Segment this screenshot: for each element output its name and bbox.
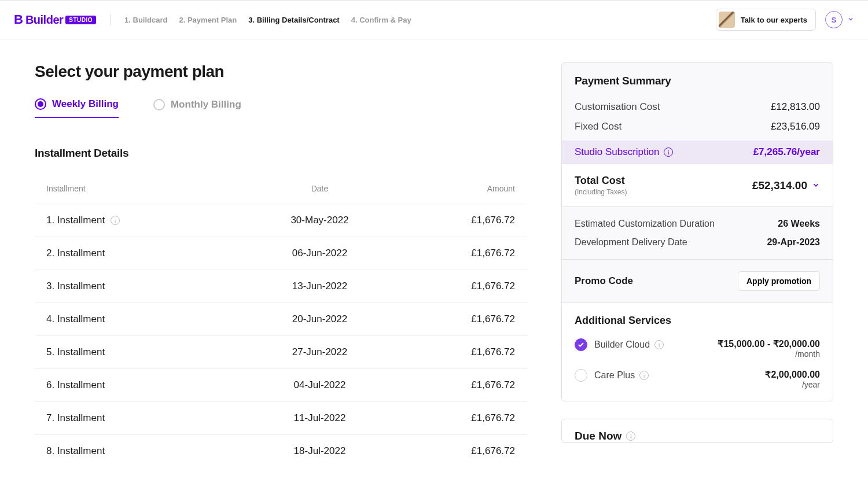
header-right: Talk to our experts S (716, 9, 854, 31)
meta-value: 29-Apr-2023 (767, 237, 820, 248)
info-icon[interactable]: i (639, 371, 649, 380)
installment-name: 6. Installment (46, 379, 255, 391)
services-section: Additional Services Builder Cloud i₹15,0… (562, 302, 833, 401)
header-left: BBuilder STUDIO 1. Buildcard2. Payment P… (14, 12, 411, 27)
table-body: 1. Installment i30-May-2022£1,676.722. I… (35, 204, 527, 467)
promo-row: Promo Code Apply promotion (575, 271, 820, 291)
service-price: ₹15,000.00 - ₹20,000.00/month (718, 338, 820, 359)
service-left: Builder Cloud i (575, 338, 664, 351)
cost-label: Fixed Cost (575, 121, 621, 132)
payment-summary-card: Payment Summary Customisation Cost £12,8… (561, 62, 833, 401)
meta-label: Estimated Customization Duration (575, 219, 715, 229)
due-now-card: Due Now i (561, 419, 833, 443)
cost-value: £23,516.09 (771, 121, 820, 132)
meta-row: Development Delivery Date 29-Apr-2023 (575, 237, 820, 248)
installment-amount: £1,676.72 (385, 346, 515, 358)
chevron-down-icon[interactable] (812, 179, 820, 192)
subscription-label: Studio Subscription i (575, 146, 673, 158)
expert-avatar (719, 12, 735, 28)
installment-amount: £1,676.72 (385, 313, 515, 325)
tab-label: Weekly Billing (52, 98, 119, 110)
breadcrumb-step[interactable]: 3. Billing Details/Contract (248, 16, 339, 24)
meta-section: Estimated Customization Duration 26 Week… (562, 206, 833, 259)
installment-amount: £1,676.72 (385, 248, 515, 259)
service-period: /year (765, 380, 820, 389)
info-icon[interactable]: i (111, 216, 120, 225)
logo[interactable]: BBuilder STUDIO (14, 12, 96, 27)
subscription-value: £7,265.76/year (753, 146, 820, 158)
table-row: 3. Installment13-Jun-2022£1,676.72 (35, 270, 527, 302)
info-icon[interactable]: i (626, 431, 635, 441)
logo-brand: Builder (25, 13, 63, 27)
service-price: ₹2,00,000.00/year (765, 369, 820, 389)
installment-amount: £1,676.72 (385, 445, 515, 457)
table-row: 1. Installment i30-May-2022£1,676.72 (35, 204, 527, 237)
col-amount: Amount (385, 184, 515, 193)
talk-to-experts-button[interactable]: Talk to our experts (716, 9, 816, 31)
tab-label: Monthly Billing (171, 99, 241, 110)
installment-date: 11-Jul-2022 (255, 412, 385, 424)
total-label: Total Cost (575, 175, 627, 187)
installment-name: 4. Installment (46, 313, 255, 325)
user-avatar[interactable]: S (825, 11, 843, 28)
subscription-row: Studio Subscription i £7,265.76/year (562, 141, 833, 164)
summary-breakdown: Payment Summary Customisation Cost £12,8… (562, 63, 833, 164)
table-row: 7. Installment11-Jul-2022£1,676.72 (35, 401, 527, 434)
total-row: Total Cost (Including Taxes) £52,314.00 (562, 164, 833, 206)
installment-amount: £1,676.72 (385, 281, 515, 292)
installment-date: 06-Jun-2022 (255, 248, 385, 259)
col-date: Date (255, 184, 385, 193)
installment-table: Installment Date Amount 1. Installment i… (35, 174, 527, 467)
aside-column: Payment Summary Customisation Cost £12,8… (561, 62, 833, 467)
service-name: Builder Cloud i (594, 340, 664, 350)
apply-promo-button[interactable]: Apply promotion (738, 271, 820, 291)
service-checkbox[interactable] (575, 338, 587, 351)
breadcrumb-step[interactable]: 4. Confirm & Pay (351, 16, 411, 24)
page-container: Select your payment plan Weekly BillingM… (0, 39, 868, 487)
table-row: 2. Installment06-Jun-2022£1,676.72 (35, 237, 527, 270)
installment-name: 3. Installment (46, 281, 255, 292)
due-now-title: Due Now i (562, 419, 833, 442)
installment-amount: £1,676.72 (385, 215, 515, 226)
table-row: 5. Installment27-Jun-2022£1,676.72 (35, 335, 527, 368)
installment-name: 8. Installment (46, 445, 255, 457)
total-label-group: Total Cost (Including Taxes) (575, 175, 627, 196)
table-row: 4. Installment20-Jun-2022£1,676.72 (35, 302, 527, 335)
installment-date: 18-Jul-2022 (255, 445, 385, 457)
info-icon[interactable]: i (654, 340, 664, 349)
logo-mark: B (14, 12, 23, 27)
cost-row: Fixed Cost £23,516.09 (575, 121, 820, 132)
expert-label: Talk to our experts (741, 16, 807, 24)
table-row: 8. Installment18-Jul-2022£1,676.72 (35, 434, 527, 467)
col-installment: Installment (46, 184, 255, 193)
installment-title: Installment Details (35, 147, 527, 160)
page-title: Select your payment plan (35, 62, 527, 81)
breadcrumbs: 1. Buildcard2. Payment Plan3. Billing De… (124, 16, 411, 24)
radio-icon (153, 99, 165, 110)
service-checkbox[interactable] (575, 369, 587, 382)
billing-tab[interactable]: Weekly Billing (35, 98, 119, 118)
services-title: Additional Services (575, 315, 820, 327)
top-header: BBuilder STUDIO 1. Buildcard2. Payment P… (0, 0, 868, 39)
cost-value: £12,813.00 (771, 101, 820, 113)
radio-icon (35, 98, 46, 110)
installment-amount: £1,676.72 (385, 412, 515, 424)
breadcrumb-step[interactable]: 1. Buildcard (124, 16, 167, 24)
divider (110, 14, 111, 25)
installment-date: 13-Jun-2022 (255, 281, 385, 292)
installment-date: 27-Jun-2022 (255, 346, 385, 358)
breadcrumb-step[interactable]: 2. Payment Plan (179, 16, 237, 24)
promo-section: Promo Code Apply promotion (562, 259, 833, 302)
total-value-group[interactable]: £52,314.00 (752, 179, 820, 192)
summary-title: Payment Summary (575, 75, 820, 87)
billing-tab[interactable]: Monthly Billing (153, 98, 241, 118)
table-row: 6. Installment04-Jul-2022£1,676.72 (35, 368, 527, 401)
installment-date: 04-Jul-2022 (255, 379, 385, 391)
service-row: Builder Cloud i₹15,000.00 - ₹20,000.00/m… (575, 338, 820, 359)
cost-label: Customisation Cost (575, 101, 660, 113)
service-period: /month (718, 349, 820, 359)
service-left: Care Plus i (575, 369, 649, 382)
info-icon[interactable]: i (664, 147, 673, 157)
chevron-down-icon[interactable] (847, 14, 854, 25)
user-menu[interactable]: S (825, 11, 854, 28)
